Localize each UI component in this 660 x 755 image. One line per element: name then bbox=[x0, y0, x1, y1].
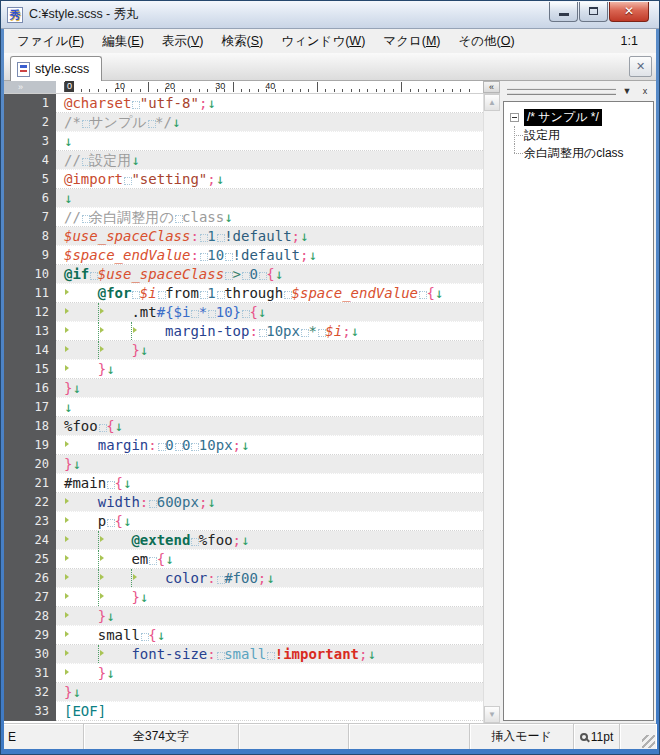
code-text: @import"setting";↓ bbox=[56, 170, 483, 189]
token-punc: ; bbox=[233, 437, 241, 453]
code-line[interactable]: 30font-size:small!important;↓ bbox=[4, 645, 483, 664]
code-line[interactable]: 8$use_spaceClass:1!default;↓ bbox=[4, 227, 483, 246]
code-line[interactable]: 12.mt#{$i*10}{↓ bbox=[4, 303, 483, 322]
token-punc: { bbox=[115, 513, 123, 529]
menu-item-O[interactable]: その他(O) bbox=[449, 30, 523, 53]
token-punc: ; bbox=[207, 171, 215, 187]
outline-root-label[interactable]: /* サンプル */ bbox=[524, 109, 602, 126]
code-line[interactable]: 29small{↓ bbox=[4, 626, 483, 645]
outline-item[interactable]: 余白調整用のclass bbox=[508, 144, 649, 162]
token-sel: .mt bbox=[131, 304, 156, 320]
menu-item-F[interactable]: ファイル(F) bbox=[8, 30, 93, 53]
code-line[interactable]: 23p{↓ bbox=[4, 512, 483, 531]
tab-mark bbox=[64, 341, 98, 359]
tab-close-button[interactable]: ✕ bbox=[629, 56, 652, 77]
code-line[interactable]: 22width:600px;↓ bbox=[4, 493, 483, 512]
code-line[interactable]: 26color:#f00;↓ bbox=[4, 569, 483, 588]
line-number: 26 bbox=[4, 569, 56, 588]
code-line[interactable]: 1@charset"utf-8";↓ bbox=[4, 94, 483, 113]
newline-mark: ↓ bbox=[266, 570, 274, 586]
space-mark bbox=[241, 267, 249, 283]
token-punc: ; bbox=[292, 228, 300, 244]
outline-root-item[interactable]: /* サンプル */ bbox=[508, 108, 649, 126]
code-line[interactable]: 17↓ bbox=[4, 398, 483, 417]
menu-item-V[interactable]: 表示(V) bbox=[153, 30, 213, 53]
code-line[interactable]: 7//余白調整用のclass↓ bbox=[4, 208, 483, 227]
text-editor[interactable]: 1@charset"utf-8";↓2/*サンプル*/↓3↓4//設定用↓5@i… bbox=[4, 94, 500, 723]
tab-mark bbox=[64, 493, 98, 511]
token-plain: through bbox=[224, 285, 283, 301]
token-punc: { bbox=[115, 475, 123, 491]
code-line[interactable]: 14}↓ bbox=[4, 341, 483, 360]
outline-panel-toolbar: ▼ x bbox=[503, 83, 654, 101]
maximize-button[interactable] bbox=[579, 2, 608, 22]
code-line[interactable]: 5@import"setting";↓ bbox=[4, 170, 483, 189]
code-line[interactable]: 18%foo{↓ bbox=[4, 417, 483, 436]
cursor-position-indicator: 1:1 bbox=[621, 34, 638, 48]
token-num: 600px bbox=[157, 494, 199, 510]
code-line[interactable]: 21#main{↓ bbox=[4, 474, 483, 493]
scroll-up-icon[interactable]: ▲ bbox=[484, 94, 500, 111]
space-mark bbox=[123, 172, 131, 188]
code-line[interactable]: 24@extend%foo;↓ bbox=[4, 531, 483, 550]
ruler-number: 0 bbox=[65, 81, 74, 92]
code-line[interactable]: 33[EOF] bbox=[4, 702, 483, 721]
tab-mark-guide bbox=[98, 645, 132, 663]
code-line[interactable]: 20}↓ bbox=[4, 455, 483, 474]
newline-mark: ↓ bbox=[157, 627, 165, 643]
code-line[interactable]: 9$space_endValue:10!default;↓ bbox=[4, 246, 483, 265]
tab-style-scss[interactable]: style.scss bbox=[10, 56, 102, 81]
ruler-corner[interactable]: » bbox=[4, 81, 56, 93]
line-number: 33 bbox=[4, 702, 56, 721]
code-line[interactable]: 32}↓ bbox=[4, 683, 483, 702]
code-line[interactable]: 4//設定用↓ bbox=[4, 151, 483, 170]
menu-item-S[interactable]: 検索(S) bbox=[213, 30, 273, 53]
code-area[interactable]: 1@charset"utf-8";↓2/*サンプル*/↓3↓4//設定用↓5@i… bbox=[4, 94, 483, 723]
code-line[interactable]: 11@for$ifrom1through$space_endValue{↓ bbox=[4, 284, 483, 303]
code-line[interactable]: 27}↓ bbox=[4, 588, 483, 607]
code-line[interactable]: 6↓ bbox=[4, 189, 483, 208]
code-text: }↓ bbox=[56, 664, 483, 683]
minimize-button[interactable] bbox=[549, 2, 578, 22]
close-button[interactable]: ✕ bbox=[609, 2, 649, 22]
code-line[interactable]: 19margin:0010px;↓ bbox=[4, 436, 483, 455]
tree-connector bbox=[508, 126, 524, 144]
code-line[interactable]: 13margin-top:10px*$i;↓ bbox=[4, 322, 483, 341]
code-line[interactable]: 16}↓ bbox=[4, 379, 483, 398]
code-line[interactable]: 31}↓ bbox=[4, 664, 483, 683]
panel-close-icon[interactable]: x bbox=[638, 85, 652, 98]
token-punc: } bbox=[131, 589, 139, 605]
resize-grip[interactable] bbox=[642, 735, 655, 748]
token-num: 0 bbox=[249, 266, 257, 282]
code-line[interactable]: 15}↓ bbox=[4, 360, 483, 379]
menu-item-E[interactable]: 編集(E) bbox=[93, 30, 153, 53]
vertical-scrollbar[interactable]: ▲ ▼ bbox=[483, 94, 500, 723]
code-text: @for$ifrom1through$space_endValue{↓ bbox=[56, 284, 483, 303]
tab-mark bbox=[64, 284, 98, 302]
ruler-number: 10 bbox=[115, 81, 125, 92]
code-text: @charset"utf-8";↓ bbox=[56, 94, 483, 113]
code-line[interactable]: 3↓ bbox=[4, 132, 483, 151]
line-number: 11 bbox=[4, 284, 56, 303]
scroll-down-icon[interactable]: ▼ bbox=[484, 706, 500, 723]
collapse-expander-icon[interactable] bbox=[510, 113, 519, 122]
code-line[interactable]: 25em{↓ bbox=[4, 550, 483, 569]
tab-mark-guide bbox=[98, 303, 132, 321]
outline-item[interactable]: 設定用 bbox=[508, 126, 649, 144]
token-num: #f00 bbox=[224, 570, 258, 586]
newline-mark: ↓ bbox=[123, 475, 131, 491]
menu-item-M[interactable]: マクロ(M) bbox=[374, 30, 449, 53]
status-cell-4: 挿入モード bbox=[470, 724, 574, 749]
code-line[interactable]: 28}↓ bbox=[4, 607, 483, 626]
menu-item-W[interactable]: ウィンドウ(W) bbox=[272, 30, 374, 53]
panel-dropdown-icon[interactable]: ▼ bbox=[620, 85, 634, 98]
ruler-collapse-button[interactable]: « bbox=[483, 81, 500, 93]
panel-gripper[interactable] bbox=[507, 88, 616, 95]
token-str: "utf-8" bbox=[140, 95, 199, 111]
line-number: 28 bbox=[4, 607, 56, 626]
line-number: 16 bbox=[4, 379, 56, 398]
token-punc: { bbox=[426, 285, 434, 301]
space-mark bbox=[81, 210, 89, 226]
code-line[interactable]: 10@if$use_spaceClass>0{↓ bbox=[4, 265, 483, 284]
code-line[interactable]: 2/*サンプル*/↓ bbox=[4, 113, 483, 132]
